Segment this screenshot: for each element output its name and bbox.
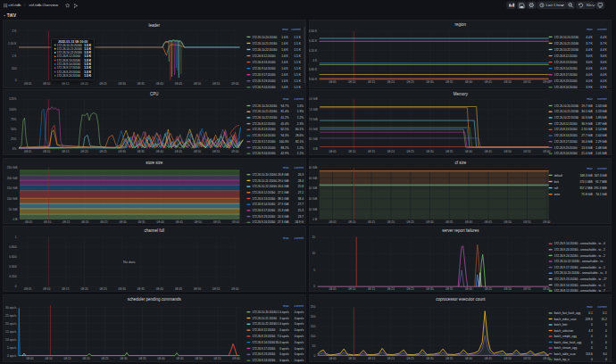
svg-text:1.50 K: 1.50 K (8, 42, 17, 46)
svg-text:08:50: 08:50 (504, 287, 511, 291)
svg-text:170.5 MiB: 170.5 MiB (579, 179, 592, 183)
svg-text:24.3 GiB: 24.3 GiB (278, 214, 288, 218)
svg-text:172.26.10.21:20160: 172.26.10.21:20160 (554, 111, 579, 114)
svg-text:250 GiB: 250 GiB (309, 166, 318, 170)
svg-text:current: current (597, 28, 607, 31)
svg-text:08:50: 08:50 (504, 150, 511, 153)
svg-text:-: - (4, 13, 5, 18)
svg-text:current: current (597, 305, 607, 309)
svg-text:200: 200 (311, 315, 316, 318)
svg-text:250: 250 (311, 305, 316, 309)
svg-text:2.48 GiB: 2.48 GiB (595, 146, 606, 150)
svg-text:08:50: 08:50 (195, 219, 202, 223)
svg-text:08:40: 08:40 (157, 219, 164, 223)
svg-text:Last 1 hour: Last 1 hour (546, 3, 564, 7)
svg-text:3.6 K: 3.6 K (600, 54, 607, 58)
svg-text:1.5 K: 1.5 K (294, 79, 301, 83)
svg-text:08:40: 08:40 (465, 80, 472, 84)
svg-text:5 ops/s: 5 ops/s (7, 346, 17, 350)
svg-text:172.26.10.20:20160 - unreachab: 172.26.10.20:20160 - unreachable - to - … (554, 272, 606, 276)
svg-text:0.200: 0.200 (9, 276, 16, 279)
svg-text:1.6 K: 1.6 K (281, 86, 288, 88)
svg-text:08:25: 08:25 (406, 287, 413, 291)
svg-text:0: 0 (15, 285, 17, 289)
svg-text:25.8: 25.8 (298, 185, 304, 188)
svg-text:172.26.9.14:20160 - unreachabl: 172.26.9.14:20160 - unreachable - to - 1 (554, 284, 604, 287)
svg-text:08:45: 08:45 (485, 356, 492, 360)
svg-text:75%: 75% (11, 118, 17, 121)
svg-text:172.26.9.24:20160 - unreachabl: 172.26.9.24:20160 - unreachable - to - 2 (554, 248, 604, 252)
svg-text:172.26.9.14:20160: 172.26.9.14:20160 (253, 67, 276, 70)
svg-text:0: 0 (605, 335, 607, 338)
svg-text:0 ops/s: 0 ops/s (279, 328, 289, 332)
svg-text:172.26.9.14:20160 - unreachabl: 172.26.9.14:20160 - unreachable - to - 4 (554, 243, 604, 246)
svg-text:write: write (554, 192, 560, 195)
svg-text:3.7 K: 3.7 K (586, 42, 593, 46)
svg-text:batch_slow_hash_agg: batch_slow_hash_agg (554, 340, 581, 343)
svg-text:172.26.10.22:20160: 172.26.10.22:20160 (253, 322, 278, 326)
svg-text:08:55: 08:55 (523, 150, 530, 153)
svg-text:4.0 K: 4.0 K (586, 73, 593, 77)
svg-text:7.0 ops/s: 7.0 ops/s (278, 335, 289, 338)
svg-text:0 ops/s: 0 ops/s (279, 316, 289, 319)
svg-text:15: 15 (312, 236, 315, 239)
svg-text:cf size: cf size (454, 161, 466, 165)
svg-text:coprocessor executor count: coprocessor executor count (436, 297, 486, 302)
svg-text:08:30: 08:30 (426, 287, 433, 291)
svg-text:0 ops/s: 0 ops/s (279, 346, 289, 350)
svg-text:batch_simple_agg: batch_simple_agg (554, 335, 576, 338)
svg-text:50%: 50% (11, 128, 17, 131)
svg-text:172.26.9.24:20160: 172.26.9.24:20160 (253, 220, 276, 224)
svg-text:16.3 GiB: 16.3 GiB (581, 116, 592, 120)
svg-text:0: 0 (591, 335, 593, 338)
svg-text:08:10: 08:10 (348, 356, 355, 360)
svg-text:172.26.9.17:20160: 172.26.9.17:20160 (253, 140, 276, 144)
svg-text:1.5 K: 1.5 K (294, 73, 301, 77)
svg-text:08:20: 08:20 (82, 356, 89, 360)
svg-text:172.26.10.20:20160: 172.26.10.20:20160 (253, 310, 278, 314)
svg-text:94.3%: 94.3% (280, 134, 288, 137)
svg-text:server report failures: server report failures (442, 229, 479, 234)
svg-text:172.26.9.23:20160: 172.26.9.23:20160 (253, 146, 276, 150)
svg-text:08:20: 08:20 (80, 82, 87, 86)
svg-text:08:50: 08:50 (504, 80, 511, 84)
svg-text:08:15: 08:15 (62, 150, 69, 153)
svg-text:08:40: 08:40 (156, 150, 163, 153)
svg-text:1.5 K: 1.5 K (84, 73, 91, 77)
svg-text:scheduler pending commands: scheduler pending commands (128, 297, 182, 302)
svg-text:08:45: 08:45 (175, 287, 182, 291)
svg-text:batch_table_scan: batch_table_scan (554, 352, 575, 355)
svg-text:25 ops/s: 25 ops/s (5, 313, 17, 317)
svg-text:25.3: 25.3 (298, 209, 304, 212)
svg-text:08:45: 08:45 (175, 150, 182, 153)
svg-text:200 GiB: 200 GiB (7, 176, 19, 179)
svg-text:75.8 GiB: 75.8 GiB (581, 192, 592, 195)
svg-text:08:25: 08:25 (406, 80, 413, 84)
svg-text:250 GiB: 250 GiB (7, 166, 19, 170)
svg-text:08:30: 08:30 (426, 80, 433, 84)
svg-text:08:20: 08:20 (387, 219, 395, 223)
svg-text:0 ops/s: 0 ops/s (279, 359, 289, 362)
svg-text:08:15: 08:15 (368, 219, 375, 223)
svg-text:batch_selection: batch_selection (554, 328, 573, 332)
svg-text:172.26.10.21:20160: 172.26.10.21:20160 (253, 42, 278, 46)
svg-text:1.83 GiB: 1.83 GiB (595, 116, 606, 120)
svg-text:88.2%: 88.2% (280, 146, 288, 150)
svg-text:3.9 K: 3.9 K (600, 86, 607, 88)
svg-text:30.5 GiB: 30.5 GiB (581, 111, 592, 114)
svg-text:172.26.9.23:20160: 172.26.9.23:20160 (554, 146, 577, 150)
svg-text:74.1 GiB: 74.1 GiB (595, 192, 606, 195)
svg-text:08:05: 08:05 (329, 356, 336, 360)
svg-text:0.1: 0.1 (588, 311, 593, 315)
svg-text:08:45: 08:45 (176, 219, 183, 223)
svg-text:08:40: 08:40 (465, 150, 472, 153)
svg-text:1.2%: 1.2% (297, 146, 304, 150)
svg-text:18.6 GiB: 18.6 GiB (309, 128, 318, 131)
svg-text:172.26.10.22:20160: 172.26.10.22:20160 (253, 185, 278, 188)
svg-text:current: current (294, 97, 304, 101)
svg-text:172.26.9.23:20160: 172.26.9.23:20160 (253, 214, 276, 218)
svg-text:3.9 K: 3.9 K (586, 86, 593, 88)
svg-text:27.9 GiB: 27.9 GiB (309, 118, 318, 121)
svg-text:172.26.9.17:20160: 172.26.9.17:20160 (554, 73, 577, 77)
svg-text:2.01 GiB: 2.01 GiB (595, 153, 606, 156)
